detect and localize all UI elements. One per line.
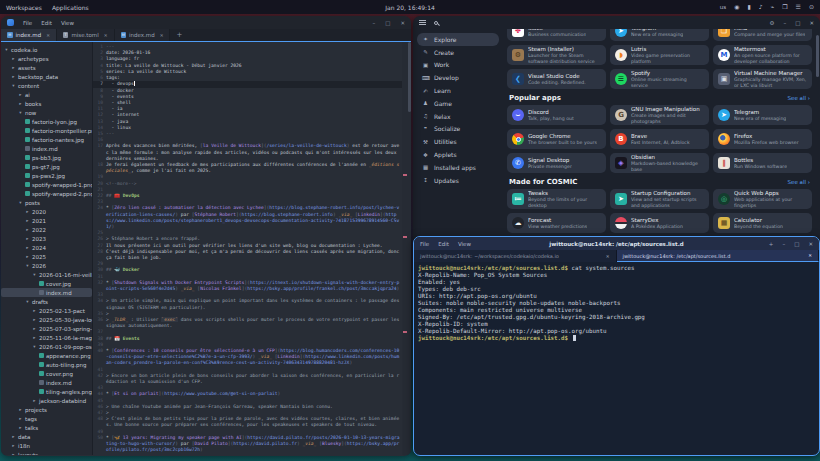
tree-item[interactable]: ▸2025-07-03-spring-s — [1, 324, 92, 333]
maximize-button[interactable]: □ — [795, 20, 800, 26]
close-tab-icon[interactable]: ✕ — [606, 254, 610, 259]
sidebar-item-develop[interactable]: ⌨Develop — [417, 71, 499, 84]
editor-tab[interactable]: Mindex.md✕ — [1, 29, 57, 41]
code-editor[interactable]: 1---2date: 2026-01-163language: fr4title… — [93, 42, 402, 455]
tree-item[interactable]: tiling-angles.png — [1, 387, 92, 396]
tree-item[interactable]: ▸books — [1, 99, 92, 108]
sidebar-item-explore[interactable]: ✦Explore — [417, 33, 499, 46]
app-card[interactable]: ≔TweaksBeyond the limits of your desktop — [507, 189, 606, 209]
tree-item[interactable]: ▸2022 — [1, 225, 92, 234]
tree-item[interactable]: appearance.png — [1, 351, 92, 360]
sidebar-item-utilities[interactable]: ⚒Utilities — [417, 135, 499, 148]
terminal-output[interactable]: jwittouck@nuc14srk:/etc/apt/sources.list… — [414, 262, 819, 345]
maximize-button[interactable]: □ — [385, 20, 390, 26]
tree-item[interactable]: spotify-wrapped-1.png — [1, 180, 92, 189]
tree-item[interactable]: ▾now — [1, 108, 92, 117]
accessibility-icon[interactable]: ◉ — [734, 4, 739, 10]
app-card[interactable]: ◎Quick Web AppsWeb applications at your … — [713, 189, 812, 209]
terminal-tab[interactable]: jwittouck@nuc14srk: ~/workspaces/codekai… — [414, 250, 617, 262]
tree-item[interactable]: ▸data — [1, 432, 92, 441]
new-tab-button[interactable]: + — [170, 29, 188, 41]
tree-item[interactable]: ▸projects — [1, 405, 92, 414]
tree-item[interactable]: index.md — [1, 378, 92, 387]
tree-item[interactable]: ▸2025 — [1, 252, 92, 261]
tree-item[interactable]: ▸2020 — [1, 207, 92, 216]
menu-file[interactable]: File — [420, 241, 429, 247]
search-icon[interactable] — [434, 21, 438, 25]
app-card[interactable]: ➤TelegramNew era of messaging — [610, 29, 709, 41]
menu-edit[interactable]: Edit — [438, 241, 449, 247]
tree-item[interactable]: factorio-nantes.jpg — [1, 135, 92, 144]
code-line[interactable]: 17Après des vacances bien méritées, [la … — [93, 143, 402, 162]
display-icon[interactable]: ❒ — [782, 4, 787, 10]
code-line[interactable]: 34> Un article simple, mais qui explique… — [93, 298, 402, 310]
tree-item[interactable]: ▸jackson-databind — [1, 396, 92, 405]
app-card[interactable]: ◗LutrisVideo game preservation platform — [610, 45, 709, 65]
tree-item[interactable]: ▾codeka.io — [1, 45, 92, 54]
tree-item[interactable]: ▸backstop_data — [1, 72, 92, 81]
code-line[interactable]: 40* [Conférences : 10 conseils pour être… — [93, 348, 402, 367]
close-tab-icon[interactable]: ✕ — [160, 33, 164, 38]
app-card[interactable]: GGNU Image ManipulationCreate images and… — [610, 105, 709, 125]
tree-item[interactable]: ▸2025-02-13-pact — [1, 306, 92, 315]
sidebar-item-learn[interactable]: ✍Learn — [417, 84, 499, 97]
app-card[interactable]: FirefoxMozilla Firefox web browser — [713, 129, 812, 149]
tree-item[interactable]: ▸ai — [1, 90, 92, 99]
tree-item[interactable]: ▾posts — [1, 198, 92, 207]
tree-item[interactable]: ▸tags — [1, 414, 92, 423]
sidebar-item-updates[interactable]: ↧Updates — [417, 174, 499, 187]
menu-view[interactable]: View — [61, 20, 74, 26]
scrollbar[interactable] — [408, 42, 411, 112]
code-line[interactable]: 36> _TLDR_ : Utiliser `exec` dans vos sc… — [93, 317, 402, 329]
app-card[interactable]: Google ChromeThe browser built to be you… — [507, 129, 606, 149]
workspaces-button[interactable]: Workspaces — [6, 4, 42, 11]
tree-item[interactable]: auto-tiling.png — [1, 360, 92, 369]
tree-item[interactable]: ▸i18n — [1, 441, 92, 450]
tree-item[interactable]: ▾2026-01-16-mi-veille — [1, 270, 92, 279]
app-card[interactable]: ▣Virtual Machine ManagerGraphically mana… — [713, 69, 812, 89]
bluetooth-icon[interactable]: ⌁ — [771, 4, 775, 10]
app-card[interactable]: ❏MeldCompare and merge your files — [713, 29, 812, 41]
code-line[interactable]: 32* [Shutdown Signals with Docker Entryp… — [93, 280, 402, 292]
keyboard-layout[interactable]: us — [720, 4, 726, 10]
tree-item[interactable]: ▾2026 — [1, 261, 92, 270]
menu-icon[interactable] — [419, 20, 426, 25]
tree-item[interactable]: ps-bb3.jpg — [1, 153, 92, 162]
app-card[interactable]: StarryDexA Pokédex Application — [610, 213, 709, 233]
tree-item[interactable]: factorio-montpellier.pn — [1, 126, 92, 135]
close-tab-icon[interactable]: ✕ — [104, 33, 108, 38]
code-line[interactable]: 42> Encore un bon article plein de bons … — [93, 373, 402, 385]
settings-gear-icon[interactable]: ⚙ — [770, 20, 775, 26]
code-line[interactable]: 48> C'est plein de bon petits tips pour … — [93, 416, 402, 428]
tree-item[interactable]: spotify-wrapped-2.png — [1, 189, 92, 198]
see-all-link[interactable]: See all › — [788, 179, 810, 185]
applications-button[interactable]: Applications — [52, 4, 89, 11]
tree-item[interactable]: ps-gt7.jpg — [1, 162, 92, 171]
sidebar-item-applets[interactable]: ❖Applets — [417, 148, 499, 161]
minimize-button[interactable]: – — [783, 20, 786, 26]
tree-item[interactable]: ▸layouts — [1, 450, 92, 455]
close-button[interactable]: ✕ — [808, 241, 813, 247]
tree-item[interactable]: ▸2025-05-30-java-logg — [1, 315, 92, 324]
network-icon[interactable]: ☰ — [796, 4, 801, 10]
sidebar-item-relax[interactable]: ♫Relax — [417, 110, 499, 123]
battery-icon[interactable]: ▮ — [747, 4, 750, 10]
menu-edit[interactable]: Edit — [41, 20, 52, 26]
sidebar-item-game[interactable]: ♟Game — [417, 97, 499, 110]
code-line[interactable]: 24* [Zéro lien cassé : automatiser la dé… — [93, 205, 402, 230]
tree-item[interactable]: ▸2025-11-06-la-mage — [1, 333, 92, 342]
sidebar-item-create[interactable]: ✎Create — [417, 46, 499, 59]
close-tab-icon[interactable]: ✕ — [808, 253, 812, 258]
app-card[interactable]: ◈ObsidianMarkdown-based knowledge base — [610, 153, 709, 173]
scrollbar[interactable] — [816, 35, 819, 77]
app-card[interactable]: BBraveFast Internet, AI, Adblock — [610, 129, 709, 149]
tree-item[interactable]: cover.jpg — [1, 279, 92, 288]
code-line[interactable]: 50* [🦋 13 years: Migrating my speaker pa… — [93, 435, 402, 454]
power-icon[interactable]: ⊙ — [809, 4, 814, 10]
menu-view[interactable]: View — [458, 241, 471, 247]
tree-item[interactable]: ▾drafts — [1, 297, 92, 306]
tree-item[interactable]: ▸archetypes — [1, 54, 92, 63]
app-card[interactable]: ✆Signal DesktopPrivate messenger — [507, 153, 606, 173]
code-line[interactable]: 18Je ferai également un feedback de mes … — [93, 162, 402, 174]
tree-item[interactable]: ▾content — [1, 81, 92, 90]
